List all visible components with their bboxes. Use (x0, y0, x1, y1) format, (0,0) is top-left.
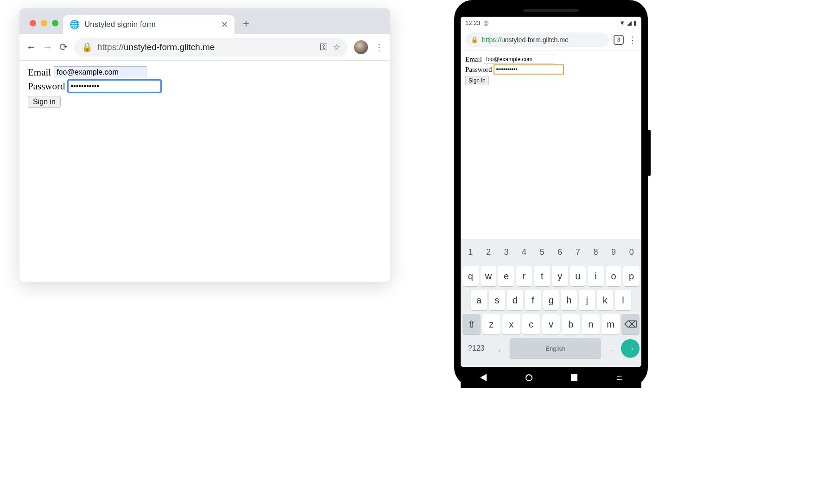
back-nav-icon[interactable] (480, 374, 487, 381)
password-field[interactable] (68, 80, 161, 92)
shift-key[interactable]: ⇧ (462, 314, 481, 334)
period-key[interactable]: . (603, 338, 619, 359)
tab-bar: 🌐 Unstyled signin form ✕ + (19, 8, 390, 34)
key-v[interactable]: v (542, 314, 560, 334)
key-icon[interactable]: ⚿ (320, 42, 328, 52)
phone-frame: 12:23 ◎ ▼ ◢ ▮ 🔒 https://unstyled-form.gl… (454, 0, 648, 386)
status-bar: 12:23 ◎ ▼ ◢ ▮ (461, 17, 641, 29)
key-g[interactable]: g (543, 290, 559, 310)
recent-nav-icon[interactable] (571, 374, 577, 381)
key-q[interactable]: q (462, 266, 479, 286)
profile-avatar[interactable] (354, 40, 368, 54)
desktop-page-body: Email Password Sign in (19, 61, 390, 113)
tab-title: Unstyled signin form (84, 20, 156, 29)
key-c[interactable]: c (522, 314, 540, 334)
key-5[interactable]: 5 (534, 242, 550, 262)
password-label: Password (465, 66, 492, 74)
comma-key[interactable]: , (492, 338, 508, 359)
key-6[interactable]: 6 (552, 242, 568, 262)
email-field[interactable] (54, 66, 146, 78)
status-sync-icon: ◎ (483, 19, 488, 26)
mobile-page-body: Email Password Sign in (461, 51, 641, 239)
key-a[interactable]: a (471, 290, 487, 310)
key-j[interactable]: j (579, 290, 595, 310)
key-2[interactable]: 2 (481, 242, 497, 262)
key-l[interactable]: l (615, 290, 631, 310)
keyboard-row-bottom: ?123 , English . → (462, 338, 640, 359)
phone-screen: 12:23 ◎ ▼ ◢ ▮ 🔒 https://unstyled-form.gl… (461, 17, 641, 367)
key-w[interactable]: w (481, 266, 497, 286)
browser-tab[interactable]: 🌐 Unstyled signin form ✕ (63, 15, 234, 34)
key-h[interactable]: h (561, 290, 577, 310)
desktop-browser-window: 🌐 Unstyled signin form ✕ + ← → ⟳ 🔒 https… (19, 8, 390, 282)
cell-signal-icon: ◢ (627, 19, 632, 26)
backspace-key[interactable]: ⌫ (621, 314, 640, 334)
sign-in-button[interactable]: Sign in (28, 96, 61, 108)
keyboard-row-z: ⇧ z x c v b n m ⌫ (462, 314, 640, 334)
key-n[interactable]: n (582, 314, 600, 334)
email-row: Email (28, 66, 382, 78)
keyboard-row-a: a s d f g h j k l (462, 290, 640, 310)
key-z[interactable]: z (482, 314, 500, 334)
key-k[interactable]: k (597, 290, 613, 310)
enter-key[interactable]: → (621, 339, 640, 358)
browser-menu-icon[interactable]: ⋮ (374, 42, 384, 53)
key-3[interactable]: 3 (498, 242, 514, 262)
address-bar[interactable]: 🔒 https://unstyled-form.glitch.me ⚿ ☆ (74, 38, 348, 57)
key-9[interactable]: 9 (606, 242, 622, 262)
close-tab-icon[interactable]: ✕ (221, 19, 228, 30)
new-tab-button[interactable]: + (234, 17, 258, 34)
key-b[interactable]: b (562, 314, 580, 334)
key-x[interactable]: x (502, 314, 520, 334)
password-field[interactable] (494, 65, 564, 74)
soft-keyboard: 1 2 3 4 5 6 7 8 9 0 q w e r t y u i o (461, 239, 641, 367)
close-window-icon[interactable] (30, 20, 36, 26)
battery-icon: ▮ (633, 19, 637, 26)
forward-button[interactable]: → (43, 41, 53, 53)
home-nav-icon[interactable] (526, 374, 532, 381)
email-label: Email (28, 67, 51, 78)
key-7[interactable]: 7 (570, 242, 586, 262)
tab-switcher-button[interactable]: 3 (614, 35, 624, 45)
url-text: https://unstyled-form.glitch.me (97, 42, 315, 52)
minimize-window-icon[interactable] (41, 20, 47, 26)
mobile-address-bar[interactable]: 🔒 https://unstyled-form.glitch.me (465, 32, 609, 47)
password-row: Password (28, 80, 382, 92)
key-0[interactable]: 0 (623, 242, 640, 262)
key-d[interactable]: d (507, 290, 523, 310)
key-p[interactable]: p (623, 266, 640, 286)
star-icon[interactable]: ☆ (333, 42, 340, 52)
back-button[interactable]: ← (26, 41, 36, 53)
key-e[interactable]: e (498, 266, 514, 286)
password-label: Password (28, 81, 65, 92)
wifi-icon: ▼ (619, 19, 625, 26)
key-m[interactable]: m (602, 314, 620, 334)
key-4[interactable]: 4 (516, 242, 532, 262)
key-8[interactable]: 8 (588, 242, 604, 262)
email-field[interactable] (484, 55, 553, 64)
key-t[interactable]: t (534, 266, 550, 286)
status-time: 12:23 (465, 19, 481, 26)
key-1[interactable]: 1 (462, 242, 479, 262)
key-s[interactable]: s (489, 290, 505, 310)
key-i[interactable]: i (588, 266, 604, 286)
globe-icon: 🌐 (70, 19, 80, 30)
key-u[interactable]: u (570, 266, 586, 286)
key-f[interactable]: f (525, 290, 541, 310)
fullscreen-window-icon[interactable] (52, 20, 58, 26)
key-o[interactable]: o (606, 266, 622, 286)
mobile-browser-toolbar: 🔒 https://unstyled-form.glitch.me 3 ⋮ (461, 29, 641, 51)
lock-icon: 🔒 (82, 42, 93, 52)
keyboard-switch-icon[interactable]: ::::: (616, 373, 622, 382)
key-y[interactable]: y (552, 266, 568, 286)
lock-icon: 🔒 (471, 36, 478, 43)
mobile-url-text: https://unstyled-form.glitch.me (482, 36, 569, 44)
browser-toolbar: ← → ⟳ 🔒 https://unstyled-form.glitch.me … (19, 34, 390, 61)
spacebar-key[interactable]: English (510, 338, 602, 359)
reload-button[interactable]: ⟳ (59, 41, 68, 53)
key-r[interactable]: r (516, 266, 532, 286)
browser-menu-icon[interactable]: ⋮ (628, 35, 637, 45)
symbols-key[interactable]: ?123 (462, 338, 490, 359)
sign-in-button[interactable]: Sign in (465, 76, 489, 85)
password-row: Password (465, 65, 637, 74)
